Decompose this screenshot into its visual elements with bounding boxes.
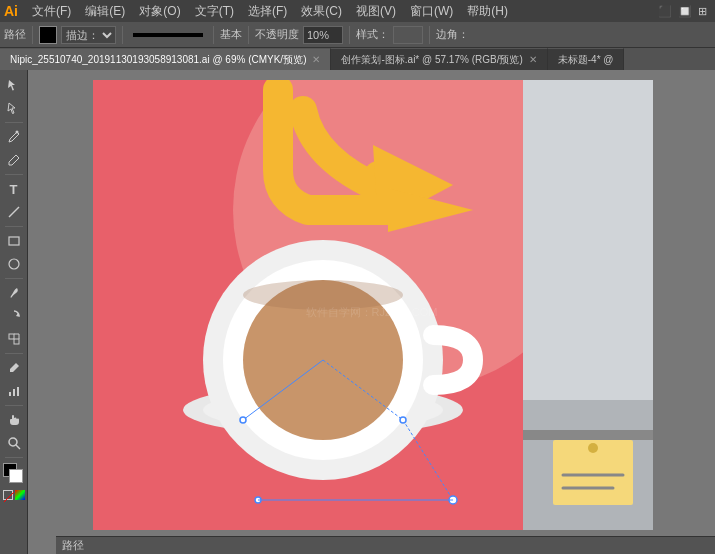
options-toolbar: 路径 描边： 基本 不透明度 样式： 边角： xyxy=(0,22,715,48)
opacity-label: 不透明度 xyxy=(255,27,299,42)
note-pin xyxy=(588,443,598,453)
stroke-color-box[interactable] xyxy=(39,26,57,44)
tool-line[interactable] xyxy=(3,201,25,223)
divider-6 xyxy=(429,26,430,44)
tool-scale[interactable] xyxy=(3,328,25,350)
sep-2 xyxy=(5,174,23,175)
canvas-area[interactable]: 软件自学网：RJZXW.COM xyxy=(28,70,715,554)
corner-label: 边角： xyxy=(436,27,469,42)
menu-bar: Ai 文件(F) 编辑(E) 对象(O) 文字(T) 选择(F) 效果(C) 视… xyxy=(0,0,715,22)
status-bar: 路径 xyxy=(56,536,715,554)
tab-0-close[interactable]: ✕ xyxy=(312,54,320,65)
fill-stroke-colors[interactable] xyxy=(3,463,25,485)
svg-line-14 xyxy=(4,492,14,502)
tool-zoom[interactable] xyxy=(3,432,25,454)
menu-text[interactable]: 文字(T) xyxy=(189,1,240,22)
sep-4 xyxy=(5,278,23,279)
color-controls xyxy=(3,490,25,500)
document-tabs: Nipic_25510740_20191130193058913081.ai @… xyxy=(0,48,715,70)
control-point-2 xyxy=(400,417,406,423)
path-status: 路径 xyxy=(62,538,84,553)
tool-direct-select[interactable] xyxy=(3,97,25,119)
tool-select[interactable] xyxy=(3,74,25,96)
app-logo: Ai xyxy=(4,3,18,19)
tab-1-label: 创作策划-图标.ai* @ 57.17% (RGB/预览) xyxy=(341,53,522,67)
divider-4 xyxy=(248,26,249,44)
svg-point-12 xyxy=(9,438,17,446)
sep-3 xyxy=(5,226,23,227)
tool-hand[interactable] xyxy=(3,409,25,431)
tab-0-label: Nipic_25510740_20191130193058913081.ai @… xyxy=(10,53,306,67)
svg-rect-9 xyxy=(9,392,11,396)
menu-window[interactable]: 窗口(W) xyxy=(404,1,459,22)
stroke-color[interactable] xyxy=(9,469,23,483)
basic-label: 基本 xyxy=(220,27,242,42)
stroke-preview xyxy=(133,33,203,37)
menu-select[interactable]: 选择(F) xyxy=(242,1,293,22)
menu-object[interactable]: 对象(O) xyxy=(133,1,186,22)
gradient-color[interactable] xyxy=(15,490,25,500)
menu-file[interactable]: 文件(F) xyxy=(26,1,77,22)
menu-edit[interactable]: 编辑(E) xyxy=(79,1,131,22)
menu-help[interactable]: 帮助(H) xyxy=(461,1,514,22)
illustration-svg xyxy=(93,80,653,530)
svg-rect-5 xyxy=(9,334,14,339)
tool-rect[interactable] xyxy=(3,230,25,252)
svg-line-1 xyxy=(9,207,19,217)
tool-brush[interactable] xyxy=(3,282,25,304)
svg-rect-11 xyxy=(17,387,19,396)
opacity-input[interactable] xyxy=(303,26,343,44)
stroke-dropdown[interactable]: 描边： xyxy=(61,26,116,44)
tool-graph[interactable] xyxy=(3,380,25,402)
tab-0[interactable]: Nipic_25510740_20191130193058913081.ai @… xyxy=(0,48,331,70)
tab-1[interactable]: 创作策划-图标.ai* @ 57.17% (RGB/预览) ✕ xyxy=(331,48,547,70)
svg-line-13 xyxy=(16,445,20,449)
tab-1-close[interactable]: ✕ xyxy=(529,54,537,65)
tool-pen[interactable] xyxy=(3,126,25,148)
divider-3 xyxy=(213,26,214,44)
gray-stripe xyxy=(523,430,653,440)
tool-eyedropper[interactable] xyxy=(3,357,25,379)
style-box[interactable] xyxy=(393,26,423,44)
menu-effect[interactable]: 效果(C) xyxy=(295,1,348,22)
sep-6 xyxy=(5,405,23,406)
control-point-3 xyxy=(240,417,246,423)
tools-panel: T xyxy=(0,70,28,554)
divider-2 xyxy=(122,26,123,44)
tool-rotate[interactable] xyxy=(3,305,25,327)
sep-1 xyxy=(5,122,23,123)
tool-type[interactable]: T xyxy=(3,178,25,200)
tab-2[interactable]: 未标题-4* @ xyxy=(548,48,625,70)
svg-point-3 xyxy=(9,259,19,269)
svg-rect-10 xyxy=(13,389,15,396)
svg-rect-6 xyxy=(14,339,19,344)
sep-7 xyxy=(5,457,23,458)
tool-pencil[interactable] xyxy=(3,149,25,171)
main-area: T xyxy=(0,70,715,554)
style-label: 样式： xyxy=(356,27,389,42)
divider-5 xyxy=(349,26,350,44)
divider-1 xyxy=(32,26,33,44)
none-color[interactable] xyxy=(3,490,13,500)
svg-rect-2 xyxy=(9,237,19,245)
path-label: 路径 xyxy=(4,27,26,42)
tool-ellipse[interactable] xyxy=(3,253,25,275)
tab-2-label: 未标题-4* @ xyxy=(558,53,614,67)
coffee-rim xyxy=(243,280,403,310)
sep-5 xyxy=(5,353,23,354)
menu-view[interactable]: 视图(V) xyxy=(350,1,402,22)
svg-point-0 xyxy=(15,131,18,134)
